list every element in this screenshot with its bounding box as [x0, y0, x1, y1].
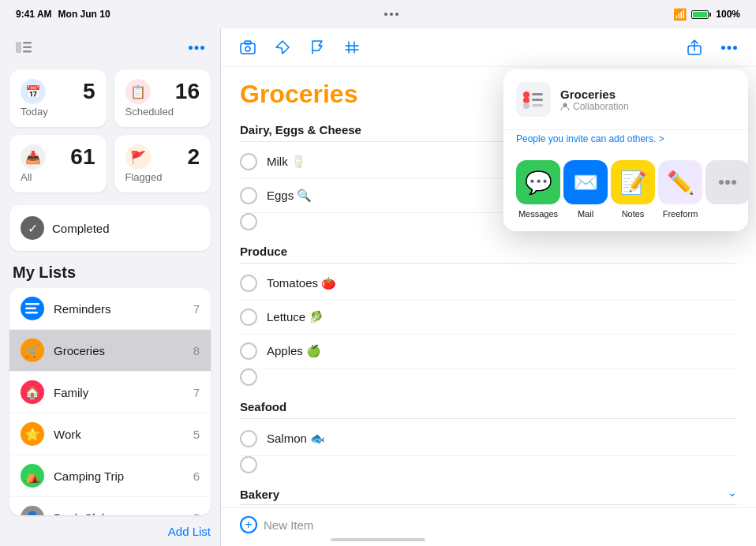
add-list-button[interactable]: Add List — [168, 525, 211, 538]
freeform-label: Freeform — [663, 209, 698, 219]
share-button[interactable] — [683, 36, 705, 58]
share-popover: Groceries Collaboration People you invit… — [503, 69, 748, 231]
svg-point-5 — [195, 46, 199, 50]
camera-button[interactable] — [237, 36, 259, 58]
flagged-label: Flagged — [125, 171, 200, 183]
sidebar-toggle-button[interactable] — [13, 36, 35, 58]
main-content: Groceries Dairy, Eggs & Cheese Milk 🥛 Eg… — [221, 28, 756, 546]
bakery-chevron-icon[interactable]: ⌄ — [728, 486, 737, 499]
today-label: Today — [21, 106, 95, 118]
reminders-icon — [21, 297, 44, 320]
share-app-mail[interactable]: ✉️ Mail — [563, 160, 608, 219]
status-bar: 9:41 AM Mon Jun 10 📶 100% — [0, 0, 756, 28]
reminder-circle-tomatoes[interactable] — [240, 275, 257, 292]
list-item-camping[interactable]: ⛺ Camping Trip 6 — [9, 455, 211, 497]
notes-icon: 📝 — [611, 160, 655, 204]
location-button[interactable] — [271, 36, 294, 58]
svg-point-23 — [523, 103, 530, 109]
svg-rect-11 — [245, 41, 251, 44]
category-seafood: Seafood Salmon 🐟 — [221, 392, 756, 473]
scheduled-icon: 📋 — [125, 79, 151, 104]
reminder-circle-lettuce[interactable] — [240, 309, 257, 326]
reminders-name: Reminders — [54, 302, 184, 316]
svg-rect-8 — [25, 308, 36, 310]
sidebar: 📅 5 Today 📋 16 Scheduled 📥 61 All — [0, 28, 221, 546]
reminder-circle-milk[interactable] — [240, 153, 257, 170]
svg-rect-26 — [532, 104, 543, 107]
today-icon: 📅 — [21, 79, 46, 104]
camping-name: Camping Trip — [54, 469, 184, 483]
mail-icon: ✉️ — [563, 160, 608, 204]
battery-body — [691, 10, 709, 19]
reminder-circle-apples[interactable] — [240, 342, 257, 360]
bookclub-icon: 👤 — [21, 506, 44, 515]
main-toolbar — [221, 28, 756, 67]
smart-tile-today[interactable]: 📅 5 Today — [9, 69, 107, 127]
reminders-count: 7 — [193, 302, 200, 316]
new-item-plus-button[interactable]: + — [240, 516, 257, 533]
svg-point-6 — [200, 46, 204, 50]
battery-fill — [693, 12, 707, 17]
svg-point-20 — [733, 46, 737, 50]
status-bar-center — [384, 13, 399, 16]
dot2 — [390, 13, 393, 16]
main-toolbar-right — [683, 36, 740, 58]
more-button[interactable] — [718, 36, 740, 58]
reminder-circle-empty-dairy[interactable] — [240, 213, 257, 230]
my-lists-header: My Lists — [9, 264, 211, 282]
share-popover-invite[interactable]: People you invite can add others. > — [503, 130, 748, 148]
reminder-circle-salmon[interactable] — [240, 430, 257, 447]
wifi-icon: 📶 — [673, 8, 687, 21]
svg-point-29 — [725, 180, 730, 185]
today-count: 5 — [83, 79, 95, 104]
work-icon: ⭐ — [21, 422, 44, 446]
smart-tile-today-top: 📅 5 — [21, 79, 95, 104]
list-item-groceries[interactable]: 🛒 Groceries 8 — [9, 330, 211, 372]
camping-count: 6 — [193, 469, 200, 483]
share-app-freeform[interactable]: ✏️ Freeform — [658, 160, 702, 219]
sidebar-footer: Add List — [9, 515, 211, 538]
battery-percent: 100% — [716, 9, 740, 20]
main-toolbar-left — [237, 36, 363, 58]
share-app-notes[interactable]: 📝 Notes — [611, 160, 655, 219]
status-time: 9:41 AM — [16, 9, 52, 20]
share-app-messages[interactable]: 💬 Messages — [516, 160, 560, 219]
hash-button[interactable] — [341, 36, 363, 58]
battery-tip — [709, 13, 711, 17]
smart-tile-scheduled[interactable]: 📋 16 Scheduled — [114, 69, 211, 127]
family-name: Family — [54, 386, 184, 399]
svg-point-12 — [245, 47, 250, 51]
reminder-circle-eggs[interactable] — [240, 187, 257, 204]
scheduled-count: 16 — [175, 79, 200, 104]
reminder-text-milk: Milk 🥛 — [267, 155, 306, 169]
completed-section[interactable]: ✓ Completed — [9, 205, 211, 251]
list-item-bookclub[interactable]: 👤 Book Club 5 — [9, 497, 211, 515]
groceries-name: Groceries — [54, 344, 184, 357]
share-popover-subtitle: Collaboration — [560, 101, 735, 112]
bakery-header-row: Bakery ⌄ — [240, 480, 737, 504]
new-item-bar[interactable]: + New Item — [221, 507, 756, 546]
list-item-family[interactable]: 🏠 Family 7 — [9, 372, 211, 413]
svg-rect-7 — [25, 303, 39, 305]
list-item-work[interactable]: ⭐ Work 5 — [9, 413, 211, 455]
sidebar-toolbar — [9, 36, 211, 58]
smart-tile-all[interactable]: 📥 61 All — [9, 135, 107, 193]
list-item-reminders[interactable]: Reminders 7 — [9, 288, 211, 330]
reminder-text-eggs: Eggs 🔍 — [267, 189, 312, 203]
sidebar-more-button[interactable] — [185, 36, 208, 58]
groceries-count: 8 — [193, 344, 200, 357]
flagged-icon: 🚩 — [125, 144, 151, 170]
dot3 — [395, 13, 399, 16]
work-count: 5 — [193, 428, 200, 441]
app-container: 📅 5 Today 📋 16 Scheduled 📥 61 All — [0, 28, 756, 546]
reminder-circle-empty-produce[interactable] — [240, 368, 257, 386]
reminder-circle-empty-seafood[interactable] — [240, 456, 257, 473]
svg-rect-1 — [23, 42, 32, 44]
share-popover-header: Groceries Collaboration — [503, 69, 748, 130]
scheduled-label: Scheduled — [125, 106, 200, 118]
smart-tile-flagged[interactable]: 🚩 2 Flagged — [114, 135, 211, 193]
flagged-count: 2 — [187, 144, 200, 170]
share-app-more[interactable] — [705, 160, 748, 219]
reminder-apples: Apples 🍏 — [240, 335, 737, 368]
flag-button[interactable] — [306, 36, 328, 58]
